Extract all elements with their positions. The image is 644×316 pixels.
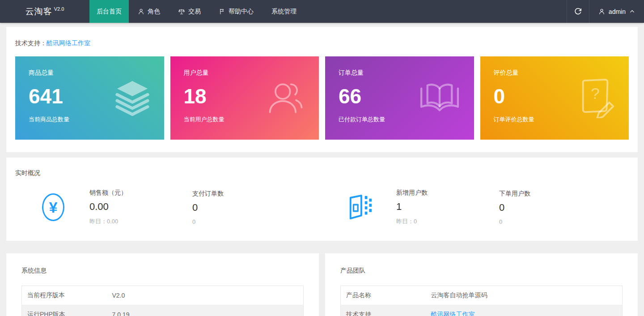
row-value: 7.0.19 — [107, 305, 304, 316]
stat-label: 下单用户数 — [499, 190, 530, 198]
scales-icon — [178, 8, 185, 15]
stat-value: 1 — [396, 201, 476, 213]
stat-sales: 销售额（元） 0.00 昨日：0.00 — [89, 189, 169, 226]
stat-value: 0 — [192, 202, 224, 214]
stat-sub: 0 — [192, 218, 224, 225]
users-icon — [265, 79, 306, 117]
stat-card-reviews: 评价总量 0 订单评价总数量 ? — [480, 56, 629, 140]
yuan-circle-icon: ¥ — [40, 193, 66, 221]
row-value: V2.0 — [107, 286, 304, 305]
nav-item-label: 帮助中心 — [229, 8, 254, 16]
nav-item-trade[interactable]: 交易 — [169, 0, 210, 23]
main-nav: 后台首页 角色 交易 帮 — [89, 0, 305, 23]
realtime-title: 实时概况 — [15, 169, 629, 177]
realtime-panel: 实时概况 ¥ 销售额（元） 0.00 昨日：0.00 支付订单数 0 0 — [6, 158, 638, 241]
stat-label: 销售额（元） — [89, 189, 169, 197]
nav-item-system-admin[interactable]: 系统管理 — [263, 0, 305, 23]
layers-icon — [113, 80, 152, 116]
nav-item-help-center[interactable]: 帮助中心 — [210, 0, 263, 23]
stat-card-products: 商品总量 641 当前商品总数量 — [15, 56, 164, 140]
yuan-glyph: ¥ — [49, 199, 58, 216]
stat-paid-orders: 支付订单数 0 0 — [192, 190, 224, 225]
refresh-button[interactable] — [567, 0, 589, 23]
stat-label: 支付订单数 — [192, 190, 224, 198]
stat-card-subtitle: 当前商品总数量 — [29, 115, 151, 124]
main-content: 技术支持：酷讯网络工作室 商品总量 641 当前商品总数量 用户总量 — [6, 27, 638, 316]
stat-new-users: 新增用户数 1 昨日：0 — [396, 189, 476, 226]
stat-ordering-users: 下单用户数 0 0 — [499, 190, 530, 225]
stat-card-title: 订单总量 — [339, 69, 461, 77]
stat-cards-row: 商品总量 641 当前商品总数量 用户总量 18 当前用户总数量 — [15, 56, 629, 140]
open-book-icon — [418, 81, 462, 115]
realtime-group-users: 新增用户数 1 昨日：0 下单用户数 0 0 — [322, 189, 629, 226]
question-glyph: ? — [591, 85, 600, 102]
nav-item-label: 角色 — [148, 8, 160, 16]
support-line: 技术支持：酷讯网络工作室 — [15, 39, 629, 47]
table-row: 运行PHP版本 7.0.19 — [22, 305, 304, 316]
user-name: admin — [609, 8, 626, 15]
stat-card-title: 评价总量 — [494, 69, 616, 77]
feedback-icon: ? — [576, 78, 616, 118]
stat-value: 0.00 — [89, 201, 169, 213]
top-navbar: 云淘客 V2.0 后台首页 角色 交易 — [0, 0, 644, 23]
refresh-icon — [574, 8, 582, 15]
flag-icon — [219, 8, 225, 15]
system-info-table: 当前程序版本 V2.0 运行PHP版本 7.0.19 ThinkPHP版本 5.… — [21, 286, 304, 316]
overview-panel: 技术支持：酷讯网络工作室 商品总量 641 当前商品总数量 用户总量 — [6, 27, 638, 152]
nav-item-dashboard[interactable]: 后台首页 — [89, 0, 129, 23]
user-menu[interactable]: admin — [589, 0, 644, 23]
stat-card-orders: 订单总量 66 已付款订单总数量 — [325, 56, 474, 140]
row-label: 技术支持 — [341, 305, 426, 316]
stat-card-title: 用户总量 — [184, 69, 306, 77]
stat-sub: 0 — [499, 218, 530, 225]
product-team-title: 产品团队 — [340, 267, 629, 275]
chevron-up-icon — [629, 9, 635, 14]
stat-sub: 昨日：0.00 — [89, 218, 169, 226]
door-dashes-icon — [347, 193, 373, 221]
support-label: 技术支持： — [15, 39, 47, 47]
person-icon — [138, 8, 144, 15]
stat-card-title: 商品总量 — [29, 69, 151, 77]
table-row: 当前程序版本 V2.0 — [22, 286, 304, 305]
nav-item-label: 系统管理 — [271, 8, 297, 16]
table-row: 产品名称 云淘客自动抢单源码 — [341, 286, 623, 305]
support-team-link[interactable]: 酷讯网络工作室 — [431, 311, 475, 316]
stat-card-subtitle: 已付款订单总数量 — [339, 115, 461, 124]
system-info-title: 系统信息 — [21, 267, 310, 275]
nav-item-roles[interactable]: 角色 — [129, 0, 169, 23]
navbar-spacer — [305, 0, 567, 23]
product-team-table: 产品名称 云淘客自动抢单源码 技术支持 酷讯网络工作室 产品说明 本产品只为学习… — [340, 286, 623, 316]
support-link[interactable]: 酷讯网络工作室 — [47, 39, 90, 47]
stat-card-users: 用户总量 18 当前用户总数量 — [170, 56, 319, 140]
row-value: 云淘客自动抢单源码 — [426, 286, 623, 305]
nav-item-label: 交易 — [188, 8, 201, 16]
stat-sub: 昨日：0 — [396, 218, 476, 226]
row-label: 当前程序版本 — [22, 286, 107, 305]
table-row: 技术支持 酷讯网络工作室 — [341, 305, 623, 316]
stat-value: 0 — [499, 202, 530, 214]
product-team-panel: 产品团队 产品名称 云淘客自动抢单源码 技术支持 酷讯网络工作室 产品说明 本产… — [325, 253, 638, 316]
realtime-group-sales: ¥ 销售额（元） 0.00 昨日：0.00 支付订单数 0 0 — [15, 189, 322, 226]
logo[interactable]: 云淘客 V2.0 — [0, 0, 89, 23]
logo-version: V2.0 — [54, 6, 64, 12]
realtime-body: ¥ 销售额（元） 0.00 昨日：0.00 支付订单数 0 0 — [15, 189, 629, 226]
user-icon — [598, 8, 605, 15]
logo-title: 云淘客 — [25, 6, 52, 17]
bottom-row: 系统信息 当前程序版本 V2.0 运行PHP版本 7.0.19 ThinkPHP… — [6, 253, 638, 316]
row-label: 运行PHP版本 — [22, 305, 107, 316]
nav-item-label: 后台首页 — [97, 8, 122, 16]
row-label: 产品名称 — [341, 286, 426, 305]
stat-label: 新增用户数 — [396, 189, 476, 197]
system-info-panel: 系统信息 当前程序版本 V2.0 运行PHP版本 7.0.19 ThinkPHP… — [6, 253, 319, 316]
